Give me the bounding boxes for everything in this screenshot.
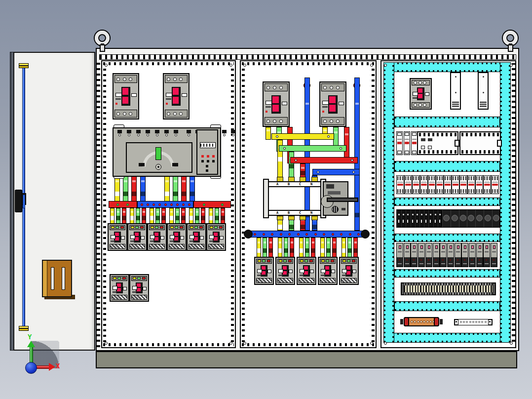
mini-circuit-breaker[interactable]: [404, 131, 410, 155]
neutral-terminal-bar[interactable]: [454, 319, 493, 325]
plc-module[interactable]: [459, 131, 501, 155]
breaker-handle[interactable]: [272, 96, 279, 112]
relay-module[interactable]: [411, 243, 418, 267]
busbar-riser[interactable]: [284, 238, 288, 258]
busbar-riser[interactable]: [320, 238, 325, 258]
busbar-riser[interactable]: [266, 127, 271, 140]
busbar-riser[interactable]: [257, 238, 261, 258]
busbar-riser[interactable]: [305, 238, 309, 258]
busbar-riser[interactable]: [201, 208, 205, 224]
mccb-breaker[interactable]: [297, 257, 316, 285]
cover-strip[interactable]: [478, 72, 489, 110]
mini-circuit-breaker[interactable]: [396, 131, 403, 155]
plc-module[interactable]: [417, 131, 458, 155]
mini-circuit-breaker[interactable]: [467, 175, 475, 194]
breaker-handle[interactable]: [325, 266, 329, 275]
mccb-breaker[interactable]: [254, 257, 274, 285]
busbar-riser[interactable]: [189, 208, 193, 224]
breaker-handle[interactable]: [214, 233, 218, 240]
breaker-handle[interactable]: [117, 283, 121, 291]
busbar-riser[interactable]: [215, 208, 219, 224]
busbar-riser[interactable]: [353, 238, 358, 258]
busbar-riser[interactable]: [130, 208, 134, 224]
mini-circuit-breaker[interactable]: [444, 175, 452, 194]
breaker-handle[interactable]: [154, 233, 158, 240]
busbar-support-frame[interactable]: AABBCCNN: [267, 181, 322, 216]
relay-module[interactable]: [447, 243, 454, 267]
wire-duct[interactable]: [394, 117, 500, 127]
busbar-red[interactable]: [109, 201, 137, 208]
wire-duct[interactable]: [394, 161, 500, 172]
busbar-riser[interactable]: [347, 238, 352, 258]
busbar[interactable]: [271, 133, 334, 140]
busbar-riser[interactable]: [332, 238, 337, 258]
wire-duct[interactable]: [500, 62, 511, 343]
mccb-breaker[interactable]: [339, 257, 359, 285]
busbar-riser[interactable]: [181, 176, 187, 201]
switch-handle[interactable]: [327, 198, 358, 202]
busbar-riser[interactable]: [114, 176, 120, 201]
busbar-riser[interactable]: [131, 176, 137, 201]
wire-duct[interactable]: [383, 62, 511, 72]
relay-module[interactable]: [396, 243, 403, 267]
busbar-riser[interactable]: [268, 238, 273, 258]
terminal-strip[interactable]: [401, 282, 496, 295]
busbar-riser[interactable]: [221, 208, 225, 224]
mccb-breaker[interactable]: [110, 274, 129, 302]
mini-circuit-breaker[interactable]: [404, 175, 412, 194]
mini-circuit-breaker[interactable]: [491, 175, 499, 194]
changeover-switch[interactable]: [323, 181, 348, 216]
relay-module[interactable]: [461, 243, 468, 267]
busbar-riser[interactable]: [181, 208, 186, 224]
cad-viewport[interactable]: Y X AABBCCNN: [0, 0, 532, 399]
mccb-breaker[interactable]: [318, 257, 338, 285]
busbar-riser[interactable]: [209, 208, 213, 224]
neutral-distribution-busbar[interactable]: [248, 231, 364, 238]
breaker-handle[interactable]: [329, 96, 336, 112]
ats-dial-pointer[interactable]: [155, 147, 161, 160]
breaker-handle[interactable]: [115, 233, 119, 240]
mccb-breaker[interactable]: [263, 81, 290, 127]
busbar-riser[interactable]: [311, 238, 315, 258]
mini-circuit-breaker[interactable]: [475, 175, 483, 194]
busbar-riser[interactable]: [299, 238, 304, 258]
busbar-riser[interactable]: [169, 208, 174, 224]
mccb-breaker[interactable]: [127, 223, 147, 251]
busbar-riser[interactable]: [278, 238, 282, 258]
neutral-riser[interactable]: [354, 78, 360, 231]
relay-module[interactable]: [425, 243, 432, 267]
mini-circuit-breaker[interactable]: [459, 175, 467, 194]
busbar-riser[interactable]: [326, 238, 331, 258]
relay-bank[interactable]: [396, 209, 442, 228]
mini-circuit-breaker[interactable]: [452, 175, 459, 194]
mccb-breaker[interactable]: [167, 223, 187, 251]
relay-module[interactable]: [469, 243, 476, 267]
cover-strip[interactable]: [450, 72, 461, 110]
wire-duct[interactable]: [383, 62, 394, 343]
mccb-breaker[interactable]: [187, 223, 206, 251]
busbar-riser[interactable]: [155, 208, 160, 224]
door-handle[interactable]: [15, 190, 22, 212]
mccb-breaker[interactable]: [319, 81, 346, 127]
mini-circuit-breaker[interactable]: [420, 175, 428, 194]
busbar-riser[interactable]: [164, 176, 170, 201]
breaker-handle[interactable]: [346, 266, 350, 275]
wire-duct[interactable]: [394, 269, 500, 278]
mccb-breaker[interactable]: [410, 78, 432, 110]
mini-circuit-breaker[interactable]: [436, 175, 444, 194]
mccb-breaker[interactable]: [129, 274, 149, 302]
contactor-bank[interactable]: [442, 209, 500, 228]
busbar-riser[interactable]: [116, 208, 120, 224]
busbar-riser[interactable]: [161, 208, 166, 224]
relay-module[interactable]: [440, 243, 447, 267]
breaker-handle[interactable]: [122, 88, 128, 104]
busbar-riser[interactable]: [110, 208, 114, 224]
breaker-handle[interactable]: [262, 266, 266, 275]
wire-duct[interactable]: [394, 198, 500, 206]
breaker-handle[interactable]: [194, 233, 198, 240]
busbar-riser[interactable]: [142, 208, 146, 224]
busbar-riser[interactable]: [175, 208, 180, 224]
busbar-riser[interactable]: [122, 208, 126, 224]
busbar-red[interactable]: [193, 201, 231, 208]
busbar-riser[interactable]: [136, 208, 140, 224]
